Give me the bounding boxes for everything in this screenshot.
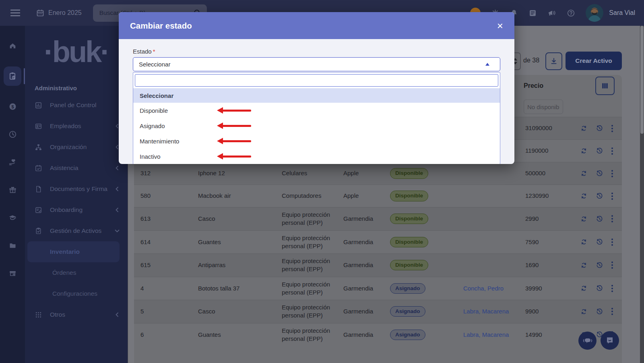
home-icon[interactable]	[4, 39, 21, 53]
cell-category: Celulares	[275, 166, 337, 180]
cell-category: Equipo protección personal (EPP)	[275, 324, 337, 346]
option-mantenimiento[interactable]: Mantenimiento	[133, 133, 500, 149]
cell-price: 500000	[519, 166, 570, 180]
kebab-menu-icon[interactable]	[611, 308, 613, 315]
change-status-icon[interactable]	[580, 308, 588, 315]
cell-brand: Garmendia	[337, 212, 384, 226]
sidebar-item-panel-de-control[interactable]: Panel de Control	[25, 95, 128, 116]
dropdown-search-input[interactable]	[135, 74, 498, 87]
kebab-menu-icon[interactable]	[611, 193, 613, 200]
cell-price: 1230990	[519, 189, 570, 203]
cell-price: 9900	[519, 304, 570, 319]
menu-icon[interactable]	[10, 9, 20, 17]
assigned-link[interactable]: Labra, Macarena	[458, 331, 509, 338]
history-icon[interactable]	[596, 238, 603, 246]
sidebar: ·buk· Administrativo Panel de Control Em…	[25, 26, 128, 363]
table-row: 4 Bototos talla 37 Equipo protección per…	[134, 277, 622, 300]
change-status-icon[interactable]	[580, 238, 588, 246]
sidebar-item-onboarding[interactable]: Onboarding	[25, 199, 128, 220]
change-status-icon[interactable]	[580, 170, 588, 177]
sidebar-item-otros[interactable]: Otros	[25, 304, 128, 325]
status-badge: Disponible	[390, 168, 428, 178]
assets-icon	[35, 227, 43, 235]
kebab-menu-icon[interactable]	[611, 170, 613, 177]
cell-brand: Garmendia	[337, 304, 384, 319]
sidebar-item-empleados[interactable]: Empleados	[25, 116, 128, 137]
avatar[interactable]	[586, 4, 603, 22]
documents-icon	[35, 185, 43, 193]
history-icon[interactable]	[596, 170, 603, 177]
status-badge: Asignado	[390, 330, 425, 340]
kebab-menu-icon[interactable]	[611, 215, 613, 222]
table-row: 5 Casco Equipo protección personal (EPP)…	[134, 300, 622, 323]
benefits-icon[interactable]	[4, 155, 21, 169]
sidebar-item-organizacion[interactable]: Organización	[25, 137, 128, 158]
gift-icon[interactable]	[4, 183, 21, 197]
cell-name: Iphone 12	[192, 166, 275, 180]
history-icon[interactable]	[596, 215, 603, 223]
change-status-icon[interactable]	[580, 284, 588, 292]
user-name[interactable]: Sara Vial	[609, 9, 635, 17]
news-icon[interactable]	[528, 9, 537, 17]
cell-name: Guantes	[192, 235, 275, 249]
folder-icon[interactable]	[4, 238, 21, 253]
download-button[interactable]	[545, 52, 562, 70]
history-icon[interactable]	[596, 284, 603, 292]
submenu-item-ordenes[interactable]: Órdenes	[27, 262, 120, 283]
create-asset-button[interactable]: Crear Activo	[566, 52, 622, 70]
change-status-icon[interactable]	[580, 124, 588, 132]
help-icon[interactable]	[567, 9, 575, 17]
change-status-icon[interactable]	[580, 261, 588, 269]
cell-brand: Apple	[337, 189, 384, 203]
payroll-icon[interactable]: $	[4, 99, 21, 114]
kebab-menu-icon[interactable]	[611, 239, 613, 246]
scrollbar-thumb[interactable]	[640, 26, 644, 134]
submenu-item-configuraciones[interactable]: Configuraciones	[27, 283, 120, 304]
option-seleccionar[interactable]: Seleccionar	[133, 88, 500, 103]
kebab-menu-icon[interactable]	[611, 147, 613, 155]
sidebar-item-gestion-de-activos[interactable]: Gestión de Activos	[25, 220, 128, 241]
assigned-link[interactable]: Concha, Pedro	[458, 285, 504, 292]
option-asignado[interactable]: Asignado	[133, 118, 500, 133]
change-status-icon[interactable]	[580, 192, 588, 200]
change-status-icon[interactable]	[580, 215, 588, 223]
estado-select[interactable]: Seleccionar	[133, 57, 500, 71]
chat-button[interactable]	[578, 332, 597, 350]
megaphone-icon[interactable]	[547, 9, 556, 17]
application-root: Enero 2025	[0, 0, 644, 363]
estado-select-value: Seleccionar	[139, 61, 170, 68]
change-status-icon[interactable]	[580, 147, 588, 155]
history-icon[interactable]	[596, 192, 603, 200]
marketplace-icon[interactable]	[4, 266, 21, 280]
cell-brand: Apple	[337, 166, 384, 180]
sidebar-section-label: Administrativo	[35, 85, 128, 91]
history-icon[interactable]	[596, 124, 603, 132]
cell-name: Casco	[192, 304, 275, 319]
assigned-link[interactable]: Labra, Macarena	[458, 308, 509, 315]
option-disponible[interactable]: Disponible	[133, 103, 500, 118]
price-filter-input[interactable]	[524, 100, 563, 114]
buk-logo[interactable]: ·buk·	[25, 37, 128, 67]
status-badge: Disponible	[390, 237, 428, 247]
history-icon[interactable]	[596, 261, 603, 269]
kebab-menu-icon[interactable]	[611, 261, 613, 269]
sidebar-item-documentos-y-firma[interactable]: Documentos y Firma	[25, 178, 128, 199]
kebab-menu-icon[interactable]	[611, 285, 613, 292]
help-chat-button[interactable]	[601, 331, 619, 350]
inventory-rail-icon[interactable]	[4, 66, 21, 86]
period-selector[interactable]: Enero 2025	[36, 9, 82, 17]
sidebar-item-asistencia[interactable]: Asistencia	[25, 158, 128, 178]
history-icon[interactable]	[596, 308, 603, 315]
annotation-arrow	[217, 153, 251, 160]
period-label: Enero 2025	[48, 9, 82, 17]
annotation-arrow	[217, 138, 251, 144]
time-icon[interactable]	[4, 127, 21, 141]
onboarding-icon	[35, 206, 43, 214]
submenu-item-inventario[interactable]: Inventario	[27, 241, 120, 262]
option-inactivo[interactable]: Inactivo	[133, 149, 500, 164]
history-icon[interactable]	[596, 147, 603, 155]
training-icon[interactable]	[4, 210, 21, 225]
close-icon[interactable]: ×	[497, 21, 503, 31]
columns-toggle-button[interactable]	[595, 77, 615, 95]
kebab-menu-icon[interactable]	[611, 125, 613, 132]
